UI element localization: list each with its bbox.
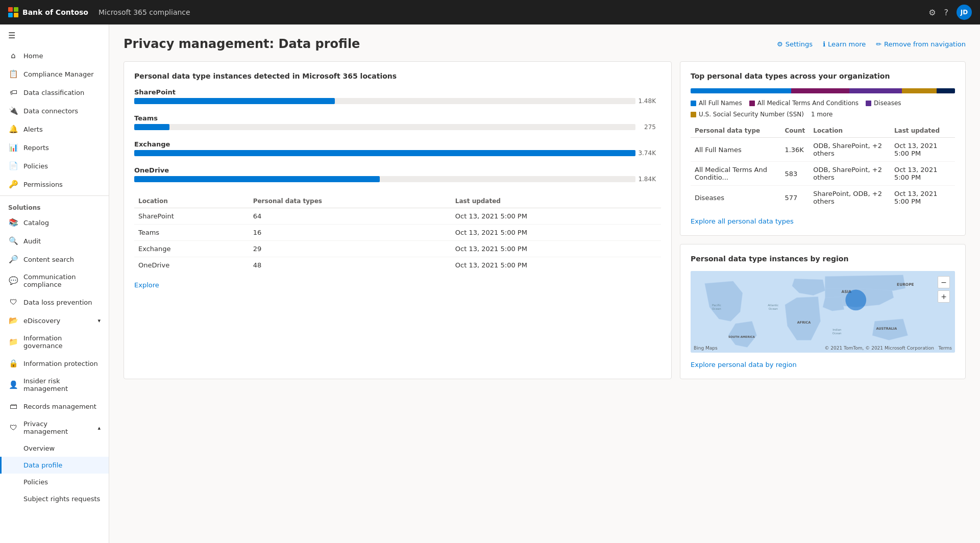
sidebar-item-records-mgmt[interactable]: 🗃 Records management: [0, 397, 109, 415]
map-attribution: © 2021 TomTom, © 2021 Microsoft Corporat…: [824, 345, 952, 351]
settings-icon[interactable]: ⚙: [928, 8, 936, 17]
cell-location: OneDrive: [134, 257, 249, 274]
main-content: Privacy management: Data profile ⚙ Setti…: [109, 24, 980, 543]
bar-value: 1.84K: [638, 176, 656, 183]
zoom-in-button[interactable]: +: [938, 290, 950, 303]
sidebar-item-permissions[interactable]: 🔑 Permissions: [0, 175, 109, 193]
explore-link[interactable]: Explore: [134, 281, 159, 289]
sidebar-item-catalog[interactable]: 📚 Catalog: [0, 213, 109, 232]
cell-updated: Oct 13, 2021 5:00 PM: [890, 138, 955, 162]
sidebar-item-data-connectors[interactable]: 🔌 Data connectors: [0, 102, 109, 120]
sidebar-item-label: Data classification: [23, 89, 84, 96]
sidebar-item-label: Privacy management: [23, 420, 92, 435]
top-data-types-title: Top personal data types across your orga…: [691, 72, 955, 80]
protection-icon: 🔒: [8, 359, 18, 368]
legend-item-full-names: All Full Names: [691, 100, 742, 107]
learn-more-action[interactable]: ℹ Learn more: [823, 40, 866, 48]
privacy-icon: 🛡: [8, 423, 18, 432]
sidebar-item-label: Reports: [23, 144, 49, 152]
sidebar-item-content-search[interactable]: 🔎 Content search: [0, 250, 109, 268]
sidebar-item-privacy-management[interactable]: 🛡 Privacy management ▴: [0, 415, 109, 440]
topbar-actions: ⚙ ? JD: [928, 5, 972, 20]
home-icon: ⌂: [8, 51, 18, 60]
sidebar-item-info-protection[interactable]: 🔒 Information protection: [0, 354, 109, 373]
help-icon[interactable]: ?: [944, 8, 949, 17]
sidebar-item-communication-compliance[interactable]: 💬 Communication compliance: [0, 268, 109, 293]
sidebar-item-label: Alerts: [23, 126, 43, 133]
table-row: Teams 16 Oct 13, 2021 5:00 PM: [134, 225, 661, 241]
settings-action-label: Settings: [786, 40, 813, 48]
sidebar-item-label: Communication compliance: [23, 273, 101, 288]
cell-location: Exchange: [134, 241, 249, 257]
legend-dot: [866, 101, 871, 106]
sidebar-sub-item-overview[interactable]: Overview: [0, 440, 109, 457]
seg-full-names: [691, 88, 791, 93]
sidebar-item-home[interactable]: ⌂ Home: [0, 46, 109, 65]
sidebar-sub-label: Overview: [23, 445, 55, 452]
cell-count: 577: [780, 186, 809, 210]
sidebar-item-label: Compliance Manager: [23, 70, 94, 78]
sidebar-sub-item-data-profile[interactable]: Data profile: [0, 457, 109, 474]
cell-location: Teams: [134, 225, 249, 241]
sidebar-sub-item-policies[interactable]: Policies: [0, 474, 109, 490]
org-name: Bank of Contoso: [22, 8, 88, 16]
cell-type: All Full Names: [691, 138, 780, 162]
sidebar-item-info-governance[interactable]: 📁 Information governance: [0, 330, 109, 354]
top-data-types-card: Top personal data types across your orga…: [680, 61, 966, 236]
legend-label: Diseases: [874, 100, 901, 107]
cell-count: 583: [780, 162, 809, 186]
sidebar-item-label: Information governance: [23, 334, 101, 350]
remove-nav-action[interactable]: ✏ Remove from navigation: [876, 40, 966, 48]
explore-all-link[interactable]: Explore all personal data types: [691, 217, 794, 225]
explore-region-link[interactable]: Explore personal data by region: [691, 361, 797, 368]
cell-type: All Medical Terms And Conditio...: [691, 162, 780, 186]
sidebar-item-alerts[interactable]: 🔔 Alerts: [0, 120, 109, 138]
cell-updated: Oct 13, 2021 5:00 PM: [451, 241, 661, 257]
hamburger-button[interactable]: ☰: [0, 24, 109, 46]
sidebar-item-label: Policies: [23, 162, 48, 170]
sidebar-sub-item-subject-rights[interactable]: Subject rights requests: [0, 490, 109, 507]
legend-item-ssn: U.S. Social Security Number (SSN): [691, 111, 804, 118]
sidebar-item-label: Records management: [23, 403, 96, 410]
remove-nav-label: Remove from navigation: [884, 40, 966, 48]
col-count: Count: [780, 124, 809, 138]
sidebar-item-label: Information protection: [23, 360, 98, 367]
sidebar-item-label: Home: [23, 52, 43, 60]
map-container[interactable]: ASIA EUROPE AFRICA AUSTRALIA SOUTH AMERI…: [691, 271, 955, 353]
sidebar-item-data-classification[interactable]: 🏷 Data classification: [0, 83, 109, 102]
cell-updated: Oct 13, 2021 5:00 PM: [451, 208, 661, 225]
org-logo[interactable]: Bank of Contoso: [8, 7, 88, 17]
legend-dot: [691, 101, 696, 106]
location-table: Location Personal data types Last update…: [134, 194, 661, 273]
table-row: SharePoint 64 Oct 13, 2021 5:00 PM: [134, 208, 661, 225]
world-map-svg: ASIA EUROPE AFRICA AUSTRALIA SOUTH AMERI…: [691, 271, 955, 353]
reports-icon: 📊: [8, 143, 18, 152]
bar-track: 275: [134, 124, 635, 130]
compliance-icon: 📋: [8, 69, 18, 79]
page-actions: ⚙ Settings ℹ Learn more ✏ Remove from na…: [777, 40, 966, 48]
cards-row: Personal data type instances detected in…: [124, 61, 966, 379]
sidebar-item-ediscovery[interactable]: 📂 eDiscovery ▾: [0, 311, 109, 330]
map-card: Personal data type instances by region: [680, 244, 966, 379]
table-row: All Medical Terms And Conditio... 583 OD…: [691, 162, 955, 186]
zoom-out-button[interactable]: −: [938, 276, 950, 288]
sidebar-item-dlp[interactable]: 🛡 Data loss prevention: [0, 293, 109, 311]
bar-track: 1.84K: [134, 176, 635, 182]
personal-data-card-title: Personal data type instances detected in…: [134, 72, 661, 80]
personal-data-card: Personal data type instances detected in…: [124, 61, 672, 379]
more-badge: 1 more: [811, 111, 833, 118]
sidebar-item-insider-risk[interactable]: 👤 Insider risk management: [0, 373, 109, 397]
sidebar-item-audit[interactable]: 🔍 Audit: [0, 232, 109, 250]
settings-action[interactable]: ⚙ Settings: [777, 40, 813, 48]
sidebar-item-compliance-manager[interactable]: 📋 Compliance Manager: [0, 65, 109, 83]
topbar: Bank of Contoso Microsoft 365 compliance…: [0, 0, 980, 24]
table-row: OneDrive 48 Oct 13, 2021 5:00 PM: [134, 257, 661, 274]
sidebar-item-reports[interactable]: 📊 Reports: [0, 138, 109, 157]
avatar[interactable]: JD: [957, 5, 972, 20]
layout: ☰ ⌂ Home 📋 Compliance Manager 🏷 Data cla…: [0, 24, 980, 543]
cell-location: ODB, SharePoint, +2 others: [809, 162, 890, 186]
cell-updated: Oct 13, 2021 5:00 PM: [890, 162, 955, 186]
sidebar-item-policies[interactable]: 📄 Policies: [0, 157, 109, 175]
bar-fill: [134, 176, 380, 182]
sidebar-item-label: Content search: [23, 256, 74, 263]
